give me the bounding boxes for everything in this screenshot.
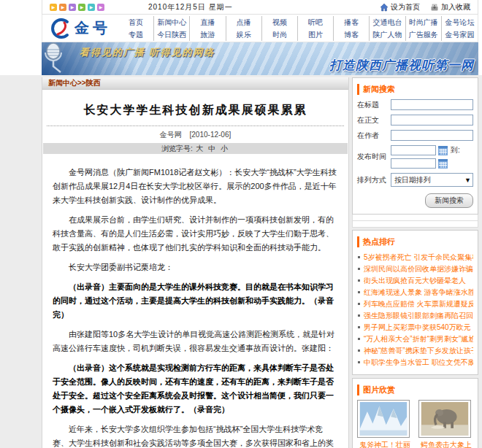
hot-item-link[interactable]: 街头出现疯抢百元大钞砸晕老人	[357, 275, 473, 287]
nav-item-shaanxi-today[interactable]: 今日陕西	[154, 28, 190, 41]
nav-item-live[interactable]: 直播	[190, 16, 226, 28]
nav-item-people[interactable]: 陕广人物	[370, 28, 405, 41]
badge-icon[interactable]: ▶	[59, 4, 66, 11]
hot-item-link[interactable]: 深圳民间以高价回收单据涉嫌诈骗被查处	[357, 263, 473, 275]
search-body-label: 在正文	[357, 115, 391, 125]
badge-icon[interactable]: ▶	[69, 4, 76, 11]
hot-ranking-panel: 热点排行 5岁被拐者死亡 引发千余民众聚集事件 深圳民间以高价回收单据涉嫌诈骗被…	[352, 230, 478, 375]
logo-text: 金号	[74, 18, 111, 38]
date-to-label: 到:	[451, 145, 460, 155]
font-size-medium[interactable]: 中	[208, 144, 215, 152]
date-from-input[interactable]	[391, 145, 436, 155]
badge-icon[interactable]: ▶	[97, 4, 104, 11]
article-paragraph: 金号网消息（陕广新闻FM1018记者赵文彬）：长安大学“挑战杯”大学生科技创新作…	[53, 166, 338, 207]
hot-item-link[interactable]: 强生隐形眼镜引眼部刺痛再陷召回门	[357, 310, 473, 322]
nav-item-podcast[interactable]: 播客	[334, 16, 370, 28]
article-paragraph: 长安大学团委副书记栗培龙：	[53, 260, 338, 274]
save-icon	[430, 3, 439, 12]
article-paragraph: 在成果展示台前，由学生们研究、设计并制作的一项项科技创新发明，有的科技含量高、有…	[53, 213, 338, 255]
nav-item-blog[interactable]: 博客	[334, 28, 370, 41]
nav-item-traffic-radio[interactable]: 交通电台	[370, 16, 405, 28]
hot-ranking-title: 热点排行	[357, 236, 473, 247]
nav-item-entertainment[interactable]: 娱乐	[226, 28, 262, 41]
article-quote-paragraph: （出录音）这个系统就是实现检测前方行车的距离，来具体判断车子是否处于安全范围。像…	[53, 361, 338, 417]
font-size-bar: 浏览字号: 大 中 小	[43, 143, 348, 154]
breadcrumb[interactable]: 新闻中心>>陕西	[42, 77, 348, 90]
hot-ranking-list: 5岁被拐者死亡 引发千余民众聚集事件 深圳民间以高价回收单据涉嫌诈骗被查处 街头…	[357, 252, 473, 368]
font-size-small[interactable]: 小	[221, 144, 228, 152]
search-title-input[interactable]	[391, 99, 473, 110]
nav-item-listen[interactable]: 听吧	[298, 16, 334, 28]
sort-select-value: 按日期排列	[394, 175, 431, 185]
nav-item-ondemand[interactable]: 点播	[226, 16, 262, 28]
photo-thumbnail-elephant[interactable]	[418, 400, 471, 438]
badge-icon[interactable]: ▶	[88, 4, 95, 11]
nav-item-family[interactable]: 金号家园	[442, 28, 478, 41]
sort-select[interactable]: 按日期排列 ▼	[391, 173, 473, 187]
article-date: [2010-12-06]	[190, 131, 232, 139]
sort-mode-label: 排列方式	[357, 175, 391, 185]
gallery-item: 鳄鱼袭击大象上演惊险拉锯战	[418, 400, 474, 448]
nav-item-ad-service[interactable]: 广告服务	[406, 28, 442, 41]
nav-item-travel[interactable]: 旅游	[190, 28, 226, 41]
hot-item-link[interactable]: 男子网上买彩票中奖获540万欧元	[357, 322, 473, 333]
hot-item-link[interactable]: 神秘“慈善哥”携床垫下乡发放让孩子读书	[357, 345, 473, 357]
nav-item-pictures[interactable]: 图片	[298, 28, 334, 41]
photo-caption[interactable]: 鬼斧神工！壮丽绝世奇景	[357, 440, 413, 448]
hot-item-link[interactable]: 5岁被拐者死亡 引发千余民众聚集事件	[357, 252, 473, 263]
nav-item-video[interactable]: 视频	[262, 16, 298, 28]
hot-item-link[interactable]: “万人相亲大会”折射“剩男剩女”尴尬处境	[357, 333, 473, 345]
nav-item-topics[interactable]: 专题	[118, 28, 154, 41]
picture-gallery-title: 图片欣赏	[357, 385, 473, 395]
microphone-icon	[43, 42, 75, 75]
nav-item-news-center[interactable]: 新闻中心	[154, 16, 190, 28]
main-area: 新闻中心>>陕西 长安大学学生科技创新成果展硕果累累 金号网 [2010-12-…	[0, 75, 482, 448]
news-search-panel: 新闻搜索 在标题 在正文 在作者 发布时间	[352, 77, 478, 215]
nav-item-fashion-radio[interactable]: 时尚广播	[406, 16, 442, 28]
article-body: 金号网消息（陕广新闻FM1018记者赵文彬）：长安大学“挑战杯”大学生科技创新作…	[42, 154, 348, 448]
calendar-icon[interactable]	[437, 159, 448, 169]
photo-caption[interactable]: 鳄鱼袭击大象上演惊险拉锯战	[418, 440, 474, 448]
article-paragraph: 近年来，长安大学多次组织学生参加包括“挑战杯”全国大学生科技学术竞赛、大学生科技…	[53, 422, 338, 448]
article-paragraph: 由张建阳等10多名大学生设计的单目视觉高速公路测距检测系统，就是针对高速公路行车…	[53, 328, 338, 355]
font-size-label: 浏览字号:	[161, 144, 193, 152]
sidebar: 新闻搜索 在标题 在正文 在作者 发布时间	[352, 77, 478, 448]
sidebar-divider	[352, 221, 478, 228]
calendar-icon[interactable]	[437, 146, 448, 155]
home-icon	[380, 3, 389, 12]
main-nav: 金号 首页 新闻中心 直播 点播 视频 听吧 播客 交通电台 时尚广播 金号论坛…	[42, 15, 478, 42]
article-quote-paragraph: （出录音）主要面向的是大学生的课外科技竞赛。目的就是在书本知识学习的同时，通过这…	[53, 280, 338, 322]
banner-slogan-left: 看得见的广播 听得见的网络	[80, 46, 215, 59]
date-to-input[interactable]	[391, 158, 436, 169]
badge-icon[interactable]: ▶	[50, 4, 57, 11]
search-author-input[interactable]	[391, 130, 473, 141]
article-meta: 金号网 [2010-12-06]	[42, 126, 348, 143]
nav-item-fashion[interactable]: 时尚	[262, 28, 298, 41]
site-logo[interactable]: 金号	[42, 18, 118, 39]
news-search-title: 新闻搜索	[357, 84, 473, 95]
photo-thumbnail-mountains[interactable]	[357, 400, 410, 438]
search-title-label: 在标题	[357, 100, 391, 110]
nav-item-forum[interactable]: 金号论坛	[442, 16, 478, 28]
banner-slogan-right: 打造陕西广播视听第一网	[329, 57, 474, 74]
nav-item-home[interactable]: 首页	[118, 16, 154, 28]
top-utility-bar: ▶ ▶ ▶ ▶ ▶ ▶ 2010年12月5日 星期一 设为首页 加入收藏	[42, 0, 478, 15]
publish-time-label: 发布时间	[357, 152, 391, 162]
chevron-down-icon: ▼	[464, 177, 473, 184]
badge-icon[interactable]: ▶	[78, 4, 85, 11]
add-favorite-link[interactable]: 加入收藏	[430, 2, 470, 12]
hot-item-link[interactable]: 红海滩现迷人景象 游客争睹涨水胜地	[357, 287, 473, 298]
news-search-button[interactable]: 新闻搜索	[425, 193, 473, 208]
logo-mark-icon	[50, 18, 72, 39]
article-source: 金号网	[160, 131, 182, 139]
font-size-large[interactable]: 大	[196, 144, 204, 152]
set-homepage-link[interactable]: 设为首页	[380, 2, 420, 12]
page-title: 长安大学学生科技创新成果展硕果累累	[50, 103, 341, 118]
hot-item-link[interactable]: 列车晚点应赔偿 火车票新规遭疑反合同法	[357, 298, 473, 310]
search-body-input[interactable]	[391, 115, 473, 125]
hot-item-link[interactable]: 中职学生争当水管工 职位文凭不敌技能	[357, 357, 473, 368]
picture-gallery-panel: 图片欣赏 鬼斧神工！壮丽绝世奇景 鳄鱼袭击大象上演惊险拉锯战	[352, 378, 478, 448]
nav-menu: 首页 新闻中心 直播 点播 视频 听吧 播客 交通电台 时尚广播 金号论坛 专题…	[118, 16, 478, 41]
gallery-item: 鬼斧神工！壮丽绝世奇景	[357, 400, 413, 448]
article-column: 新闻中心>>陕西 长安大学学生科技创新成果展硕果累累 金号网 [2010-12-…	[42, 77, 349, 448]
